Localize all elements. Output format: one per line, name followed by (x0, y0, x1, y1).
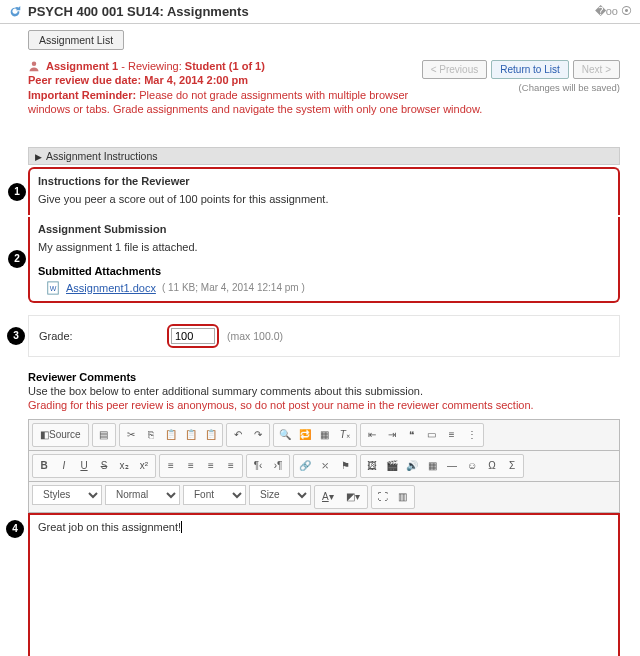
instructions-accordion[interactable]: ▶Assignment Instructions (28, 147, 620, 165)
rtl-icon[interactable]: ›¶ (268, 456, 288, 476)
outdent-icon[interactable]: ⇤ (362, 425, 382, 445)
tab-assignment-list[interactable]: Assignment List (28, 30, 124, 50)
paste-word-icon[interactable]: 📋 (201, 425, 221, 445)
ltr-icon[interactable]: ¶‹ (248, 456, 268, 476)
step-badge-1: 1 (8, 183, 26, 201)
attachment-link[interactable]: Assignment1.docx (66, 282, 156, 294)
size-select[interactable]: Size (249, 485, 311, 505)
specialchar-icon[interactable]: Ω (482, 456, 502, 476)
submission-text: My assignment 1 file is attached. (38, 241, 610, 253)
reviewer-instructions-head: Instructions for the Reviewer (38, 175, 610, 187)
underline-icon[interactable]: U (74, 456, 94, 476)
movie-icon[interactable]: 🎬 (382, 456, 402, 476)
templates-icon[interactable]: ▤ (94, 425, 114, 445)
reviewer-comments-head: Reviewer Comments (28, 371, 620, 383)
blockquote-icon[interactable]: ❝ (402, 425, 422, 445)
align-right-icon[interactable]: ≡ (201, 456, 221, 476)
editor-textarea[interactable]: Great job on this assignment! (28, 513, 620, 656)
showblocks-icon[interactable]: ▥ (393, 487, 413, 507)
next-button: Next > (573, 60, 620, 79)
step-badge-4: 4 (6, 520, 24, 538)
grade-row: 3 Grade: (max 100.0) (28, 315, 620, 357)
ol-icon[interactable]: ≡ (442, 425, 462, 445)
word-doc-icon: W (46, 281, 60, 295)
selectall-icon[interactable]: ▦ (315, 425, 335, 445)
header-tools[interactable]: �oo ⦿ (595, 5, 632, 18)
styles-select[interactable]: Styles (32, 485, 102, 505)
anchor-icon[interactable]: ⚑ (335, 456, 355, 476)
unlink-icon[interactable]: ⤫ (315, 456, 335, 476)
ul-icon[interactable]: ⋮ (462, 425, 482, 445)
table-icon[interactable]: ▦ (422, 456, 442, 476)
copy-icon[interactable]: ⎘ (141, 425, 161, 445)
submission-box: 2 Assignment Submission My assignment 1 … (28, 217, 620, 303)
image-icon[interactable]: 🖼 (362, 456, 382, 476)
svg-text:W: W (50, 284, 57, 291)
bold-icon[interactable]: B (34, 456, 54, 476)
attachments-head: Submitted Attachments (38, 265, 610, 277)
align-justify-icon[interactable]: ≡ (221, 456, 241, 476)
chevron-right-icon: ▶ (35, 152, 42, 162)
attachment-meta: ( 11 KB; Mar 4, 2014 12:14 pm ) (162, 282, 305, 293)
bgcolor-icon[interactable]: ◩▾ (340, 487, 366, 507)
smiley-icon[interactable]: ☺ (462, 456, 482, 476)
svg-point-0 (32, 62, 37, 67)
format-select[interactable]: Normal (105, 485, 180, 505)
redo-icon[interactable]: ↷ (248, 425, 268, 445)
step-badge-2: 2 (8, 250, 26, 268)
paste-icon[interactable]: 📋 (161, 425, 181, 445)
align-center-icon[interactable]: ≡ (181, 456, 201, 476)
nav-save-note: (Changes will be saved) (421, 82, 620, 93)
paste-text-icon[interactable]: 📋 (181, 425, 201, 445)
return-to-list-button[interactable]: Return to List (491, 60, 568, 79)
div-icon[interactable]: ▭ (422, 425, 442, 445)
grade-max: (max 100.0) (227, 330, 283, 342)
reviewer-instructions-text: Give you peer a score out of 100 points … (38, 193, 610, 205)
page-title: PSYCH 400 001 SU14: Assignments (28, 4, 595, 19)
maximize-icon[interactable]: ⛶ (373, 487, 393, 507)
prev-button: < Previous (422, 60, 488, 79)
link-icon[interactable]: 🔗 (295, 456, 315, 476)
person-icon (28, 60, 40, 72)
undo-icon[interactable]: ↶ (228, 425, 248, 445)
reviewer-comments-help: Use the box below to enter additional su… (28, 385, 620, 397)
align-left-icon[interactable]: ≡ (161, 456, 181, 476)
subscript-icon[interactable]: x₂ (114, 456, 134, 476)
textcolor-icon[interactable]: A▾ (316, 487, 340, 507)
reviewer-instructions-box: 1 Instructions for the Reviewer Give you… (28, 167, 620, 215)
font-select[interactable]: Font (183, 485, 246, 505)
strike-icon[interactable]: S (94, 456, 114, 476)
source-button[interactable]: ◧ Source (34, 425, 87, 445)
find-icon[interactable]: 🔍 (275, 425, 295, 445)
superscript-icon[interactable]: x² (134, 456, 154, 476)
hr-icon[interactable]: — (442, 456, 462, 476)
grade-label: Grade: (39, 330, 159, 342)
reviewer-comments-warn: Grading for this peer review is anonymou… (28, 399, 620, 411)
italic-icon[interactable]: I (54, 456, 74, 476)
rich-text-editor: 4 ◧ Source ▤ ✂ ⎘ 📋 📋 📋 ↶ ↷ 🔍 🔁 ▦ Tₓ ⇤ ⇥ … (28, 419, 620, 656)
cut-icon[interactable]: ✂ (121, 425, 141, 445)
step-badge-3: 3 (7, 327, 25, 345)
submission-head: Assignment Submission (38, 223, 610, 235)
removeformat-icon[interactable]: Tₓ (335, 425, 355, 445)
replace-icon[interactable]: 🔁 (295, 425, 315, 445)
math-icon[interactable]: Σ (502, 456, 522, 476)
refresh-icon[interactable] (8, 5, 22, 19)
grade-input[interactable] (171, 328, 215, 344)
audio-icon[interactable]: 🔊 (402, 456, 422, 476)
indent-icon[interactable]: ⇥ (382, 425, 402, 445)
reminder-text: Important Reminder: Please do not grade … (28, 88, 488, 117)
